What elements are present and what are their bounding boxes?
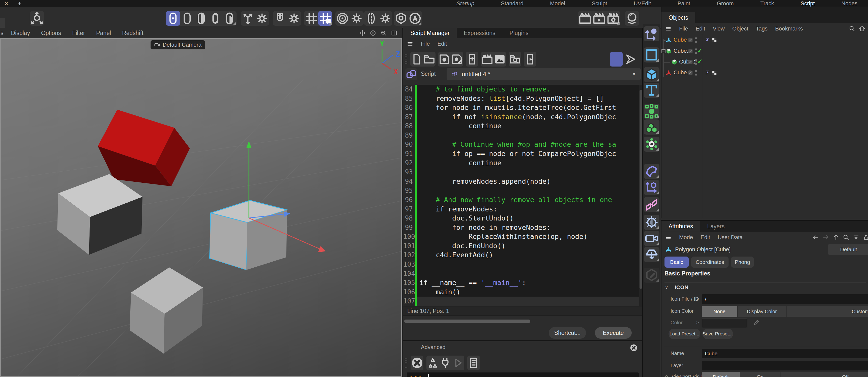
- gear-icon[interactable]: [349, 11, 364, 26]
- axis-icon[interactable]: [241, 11, 255, 26]
- tab-objects[interactable]: Objects: [661, 12, 695, 23]
- menu-user-data[interactable]: User Data: [718, 234, 743, 241]
- chevron-right-icon[interactable]: >: [696, 320, 699, 325]
- hamburger-icon[interactable]: [665, 26, 672, 32]
- browse-scripts-icon[interactable]: [509, 52, 521, 67]
- object-row-cube-3[interactable]: Cube.3: [661, 68, 868, 78]
- code-line-92[interactable]: 92 continue: [403, 159, 642, 168]
- transform-tool-icon[interactable]: [644, 26, 659, 41]
- code-line-86[interactable]: 86 for node in mxutils.IterateTree(doc.G…: [403, 103, 642, 112]
- render-picture-icon[interactable]: [592, 11, 606, 26]
- close-advanced-icon[interactable]: [630, 344, 638, 352]
- open-script-icon[interactable]: [423, 52, 435, 67]
- icon-color-option-custom[interactable]: Custom: [786, 306, 868, 317]
- viewport-menu-filter[interactable]: Filter: [72, 30, 85, 37]
- tab-attributes[interactable]: Attributes: [661, 221, 700, 232]
- gear-icon[interactable]: [255, 11, 269, 26]
- add-tab-button[interactable]: +: [18, 0, 22, 7]
- visibility-dot-top[interactable]: [695, 59, 697, 61]
- object-name[interactable]: Cube: [674, 37, 687, 43]
- image-icon[interactable]: [494, 52, 506, 67]
- layer-input[interactable]: [702, 361, 868, 371]
- chip-coordinates[interactable]: Coordinates: [691, 256, 728, 268]
- log-icon[interactable]: [467, 355, 480, 370]
- tab-layers[interactable]: Layers: [700, 221, 732, 232]
- menu-tags[interactable]: Tags: [756, 26, 767, 32]
- editor-vertical-scroll-thumb[interactable]: [640, 90, 642, 289]
- code-line-99[interactable]: 99 for node in removeNodes:: [403, 223, 642, 232]
- camera-label[interactable]: Default Camera: [151, 40, 205, 49]
- workspace-tab-standard[interactable]: Standard: [501, 0, 523, 7]
- mode-animation-icon[interactable]: [222, 11, 237, 26]
- cube-primitive-icon[interactable]: [644, 67, 659, 82]
- menu-bookmarks[interactable]: Bookmarks: [775, 26, 803, 32]
- mode-capsule-icon[interactable]: [166, 11, 180, 26]
- material-ball-icon[interactable]: [625, 11, 639, 26]
- preset-default-button[interactable]: Default: [828, 244, 868, 255]
- color-swatch[interactable]: [702, 318, 747, 328]
- texture-tag-icon[interactable]: [711, 37, 717, 43]
- stage-icon[interactable]: [644, 247, 659, 262]
- editor-horizontal-scroll-thumb[interactable]: [404, 319, 530, 323]
- advanced-label[interactable]: Advanced: [421, 344, 445, 350]
- menu-view[interactable]: View: [713, 26, 724, 32]
- phong-tag-icon[interactable]: [704, 70, 710, 76]
- close-tab-button[interactable]: ×: [4, 0, 8, 7]
- python-console[interactable]: >>>: [407, 373, 639, 377]
- drag-handle[interactable]: [404, 357, 408, 369]
- generator-icon[interactable]: [644, 104, 659, 119]
- visibility-dot-bottom[interactable]: [695, 41, 697, 43]
- pencil-toggle-icon[interactable]: [688, 59, 693, 65]
- run-script-icon[interactable]: [524, 52, 536, 67]
- hamburger-icon[interactable]: [407, 41, 413, 47]
- mode-texture-icon[interactable]: [194, 11, 208, 26]
- instance-icon[interactable]: [644, 197, 659, 212]
- phong-tag-icon[interactable]: [704, 37, 710, 43]
- load-preset-button[interactable]: Load Preset...: [669, 329, 700, 339]
- code-line-87[interactable]: 87 if not isinstance(node, c4d.PolygonOb…: [403, 112, 642, 122]
- menu-edit[interactable]: Edit: [437, 41, 447, 47]
- render-settings-icon[interactable]: [606, 11, 620, 26]
- execute-arrow-icon[interactable]: [624, 52, 637, 67]
- eyedropper-icon[interactable]: [753, 319, 759, 325]
- viewport-3d-view[interactable]: YZX Default Camera: [0, 38, 402, 377]
- viewport-menu-panel[interactable]: Panel: [96, 30, 111, 37]
- chip-basic[interactable]: Basic: [664, 256, 689, 268]
- viewport-menu-display[interactable]: Display: [11, 30, 30, 37]
- icon-file-input[interactable]: /: [702, 294, 868, 304]
- workspace-tab-startup[interactable]: Startup: [457, 0, 474, 7]
- icon-group-header[interactable]: ∨ ICON: [665, 284, 688, 290]
- simulation-gear-icon[interactable]: [644, 137, 659, 152]
- deformer-bend-icon[interactable]: [644, 164, 659, 179]
- drag-handle[interactable]: [404, 54, 408, 65]
- save-script-icon[interactable]: [438, 52, 451, 67]
- code-line-91[interactable]: 91 if op == node or not ComparePolygonOb…: [403, 149, 642, 159]
- zoom-view-icon[interactable]: [380, 30, 387, 36]
- split-view-icon[interactable]: [391, 30, 397, 36]
- code-line-98[interactable]: 98 doc.StartUndo(): [403, 214, 642, 223]
- mode-workplane-icon[interactable]: [208, 11, 222, 26]
- new-script-icon[interactable]: [410, 52, 423, 67]
- code-line-105[interactable]: 105if __name__ == '__main__':: [403, 278, 642, 287]
- pencil-toggle-icon[interactable]: [688, 37, 693, 43]
- code-line-93[interactable]: 93: [403, 168, 642, 177]
- code-line-94[interactable]: 94 removeNodes.append(node): [403, 177, 642, 186]
- object-row-cube-1[interactable]: Cube.1✓: [661, 46, 868, 57]
- code-line-101[interactable]: 101 doc.EndUndo(): [403, 241, 642, 251]
- menu-file[interactable]: File: [679, 26, 688, 32]
- code-line-85[interactable]: 85 removeNodes: list[c4d.PolygonObject] …: [403, 94, 642, 103]
- workspace-tab-script[interactable]: Script: [801, 0, 815, 7]
- environment-icon[interactable]: [644, 215, 659, 230]
- import-script-icon[interactable]: [466, 52, 478, 67]
- clear-console-icon[interactable]: [411, 355, 424, 370]
- chevron-right-icon[interactable]: >: [696, 296, 699, 302]
- workspace-tab-uvedit[interactable]: UVEdit: [634, 0, 651, 7]
- workspace-tab-nodes[interactable]: Nodes: [841, 0, 858, 7]
- rings-icon[interactable]: [335, 11, 349, 26]
- lock-icon[interactable]: [863, 234, 868, 241]
- code-editor-icon[interactable]: [610, 52, 623, 67]
- expander-minus-icon[interactable]: [661, 49, 665, 53]
- gear-icon[interactable]: [378, 11, 393, 26]
- object-row-cube-2[interactable]: Cube.2✓: [661, 57, 868, 67]
- tab-plugins[interactable]: Plugins: [502, 28, 535, 38]
